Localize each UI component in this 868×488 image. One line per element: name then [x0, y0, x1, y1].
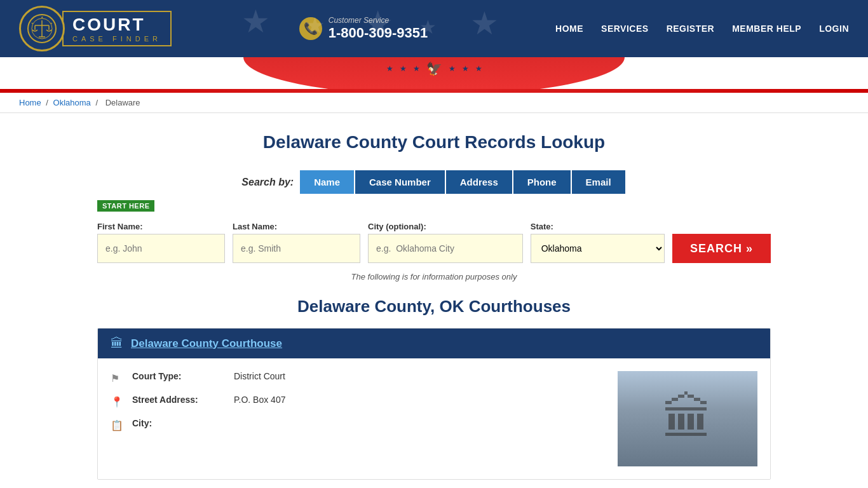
- nav-member-help[interactable]: MEMBER HELP: [732, 24, 801, 34]
- court-type-value: District Court: [234, 371, 285, 381]
- city-group: City (optional):: [368, 222, 523, 263]
- phone-icon: 📞: [299, 17, 322, 40]
- search-form-row: First Name: Last Name: City (optional): …: [97, 222, 771, 263]
- city-detail-label: City:: [132, 418, 227, 428]
- phone-area: 📞 Customer Service 1-800-309-9351: [299, 16, 428, 41]
- breadcrumb: Home / Oklahoma / Delaware: [0, 93, 868, 113]
- site-logo[interactable]: ★ ★ ★ COURT CASE FINDER: [19, 6, 172, 51]
- banner-star-4: ★: [449, 64, 456, 73]
- courthouse-body: ⚑ Court Type: District Court 📍 Street Ad…: [98, 358, 770, 479]
- breadcrumb-sep-1: /: [46, 98, 50, 107]
- tab-name[interactable]: Name: [300, 170, 354, 194]
- logo-emblem: ★ ★ ★: [19, 6, 65, 51]
- svg-text:★: ★: [31, 22, 34, 25]
- nav-register[interactable]: REGISTER: [667, 24, 715, 34]
- banner-arc-inner: ★ ★ ★ 🦅 ★ ★ ★: [0, 57, 868, 76]
- courthouse-name-link[interactable]: Delaware County Courthouse: [131, 337, 282, 350]
- banner-star-2: ★: [400, 64, 407, 73]
- courthouse-header: 🏛 Delaware County Courthouse: [98, 329, 770, 358]
- city-label: City (optional):: [368, 222, 523, 231]
- customer-service-label: Customer Service: [329, 16, 428, 25]
- main-content: Delaware County Court Records Lookup Sea…: [85, 113, 783, 488]
- first-name-input[interactable]: [97, 234, 225, 263]
- last-name-input[interactable]: [233, 234, 360, 263]
- logo-text-block: COURT CASE FINDER: [62, 11, 172, 46]
- banner-star-6: ★: [475, 64, 482, 73]
- address-icon: 📍: [111, 396, 126, 408]
- courthouses-title: Delaware County, OK Courthouses: [97, 297, 771, 316]
- phone-info: Customer Service 1-800-309-9351: [329, 16, 428, 41]
- breadcrumb-home[interactable]: Home: [19, 98, 41, 107]
- first-name-group: First Name:: [97, 222, 225, 263]
- state-select[interactable]: Oklahoma Alabama Alaska Arizona Arkansas…: [531, 234, 665, 263]
- search-by-row: Search by: Name Case Number Address Phon…: [97, 170, 771, 194]
- court-type-row: ⚑ Court Type: District Court: [111, 371, 605, 384]
- nav-home[interactable]: HOME: [555, 24, 583, 34]
- tab-email[interactable]: Email: [572, 170, 625, 194]
- logo-svg: ★ ★ ★: [26, 13, 58, 44]
- logo-court-text: COURT: [72, 15, 161, 35]
- search-section: Search by: Name Case Number Address Phon…: [97, 170, 771, 281]
- last-name-label: Last Name:: [233, 222, 360, 231]
- tab-phone[interactable]: Phone: [513, 170, 571, 194]
- page-title: Delaware County Court Records Lookup: [97, 132, 771, 152]
- courthouse-image: [618, 371, 757, 466]
- svg-text:★: ★: [50, 22, 53, 25]
- nav-login[interactable]: LOGIN: [819, 24, 849, 34]
- street-address-row: 📍 Street Address: P.O. Box 407: [111, 395, 605, 408]
- city-icon: 📋: [111, 419, 126, 431]
- state-group: State: Oklahoma Alabama Alaska Arizona A…: [531, 222, 665, 263]
- street-address-value: P.O. Box 407: [234, 395, 285, 405]
- nav-services[interactable]: SERVICES: [601, 24, 649, 34]
- court-type-label: Court Type:: [132, 371, 227, 381]
- tab-case-number[interactable]: Case Number: [355, 170, 445, 194]
- city-input[interactable]: [368, 234, 523, 263]
- search-form-area: START HERE First Name: Last Name: City (…: [97, 200, 771, 263]
- main-nav: HOME SERVICES REGISTER MEMBER HELP LOGIN: [555, 24, 849, 34]
- star-decor: ★: [470, 5, 499, 42]
- breadcrumb-county: Delaware: [105, 98, 140, 107]
- first-name-label: First Name:: [97, 222, 225, 231]
- court-type-icon: ⚑: [111, 372, 126, 384]
- last-name-group: Last Name:: [233, 222, 360, 263]
- city-row: 📋 City:: [111, 418, 605, 431]
- courthouse-card: 🏛 Delaware County Courthouse ⚑ Court Typ…: [97, 328, 771, 480]
- banner-star-1: ★: [386, 64, 393, 73]
- courthouse-img-placeholder: [618, 371, 757, 466]
- courthouse-details: ⚑ Court Type: District Court 📍 Street Ad…: [111, 371, 605, 466]
- start-here-badge: START HERE: [97, 200, 154, 212]
- banner-arc: ★ ★ ★ 🦅 ★ ★ ★: [0, 57, 868, 89]
- street-address-label: Street Address:: [132, 395, 227, 405]
- eagle-icon: 🦅: [426, 61, 442, 76]
- site-header: ★ ★ ★ ★ ★ ★ ★ ★: [0, 0, 868, 57]
- star-decor: ★: [241, 3, 270, 40]
- breadcrumb-sep-2: /: [95, 98, 100, 107]
- banner-star-3: ★: [413, 64, 420, 73]
- logo-case-finder-text: CASE FINDER: [72, 35, 161, 43]
- courthouse-icon: 🏛: [111, 336, 123, 351]
- search-by-label: Search by:: [241, 177, 294, 188]
- phone-number: 1-800-309-9351: [329, 25, 428, 41]
- banner-star-5: ★: [462, 64, 469, 73]
- search-button[interactable]: SEARCH »: [672, 234, 771, 263]
- state-label: State:: [531, 222, 665, 231]
- info-note: The following is for information purpose…: [97, 272, 771, 281]
- breadcrumb-state[interactable]: Oklahoma: [53, 98, 91, 107]
- tab-address[interactable]: Address: [446, 170, 512, 194]
